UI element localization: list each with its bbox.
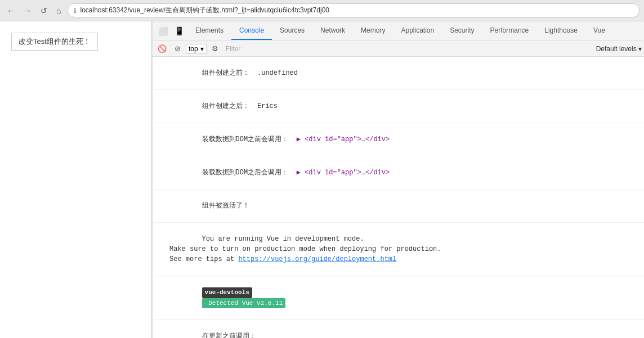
- console-line: 组件创建之后： Erics: [153, 90, 644, 123]
- tab-sources[interactable]: Sources: [272, 22, 312, 40]
- reload-button[interactable]: ↺: [38, 5, 50, 16]
- context-selector[interactable]: top ▾: [186, 44, 207, 54]
- context-value: top: [189, 45, 198, 53]
- tab-application[interactable]: Application: [393, 22, 442, 40]
- console-line: 装载数据到DOM之后会调用： ▶ <div id="app">…</div>: [153, 156, 644, 190]
- detected-vue-badge: Detected Vue v2.6.11: [202, 298, 286, 309]
- console-toolbar: 🚫 ⊘ top ▾ ⚙ Default levels ▾: [153, 41, 644, 57]
- vue-devtools-badge: vue-devtools: [202, 287, 252, 298]
- console-line: 装载数据到DOM之前会调用： ▶ <div id="app">…</div>: [153, 123, 644, 156]
- console-line: 组件创建之前： .undefined: [153, 57, 644, 90]
- devtools-panel: ⬜ 📱 Elements Console Sources Network Mem…: [152, 21, 644, 338]
- tab-performance[interactable]: Performance: [482, 22, 537, 40]
- console-output: 组件创建之前： .undefined 组件创建之后： Erics 装载数据到DO…: [153, 57, 644, 338]
- tab-security[interactable]: Security: [442, 22, 482, 40]
- change-lifecycle-button[interactable]: 改变Test组件的生死！: [11, 33, 98, 51]
- clear-console-button[interactable]: 🚫: [155, 43, 169, 54]
- url-text: localhost:63342/vue_review/生命周期钩子函数.html…: [80, 6, 329, 15]
- vue-devtools-line: vue-devtools Detected Vue v2.6.11: [153, 276, 644, 320]
- back-button[interactable]: ←: [5, 5, 17, 16]
- console-line: 组件被激活了！: [153, 190, 644, 223]
- preserve-log-button[interactable]: ⊘: [172, 43, 184, 54]
- console-line: 在更新之前调用：: [153, 320, 644, 338]
- browser-bar: ← → ↺ ⌂ ℹ localhost:63342/vue_review/生命周…: [0, 0, 644, 21]
- tab-vue[interactable]: Vue: [585, 22, 613, 40]
- tab-network[interactable]: Network: [312, 22, 353, 40]
- inspect-element-button[interactable]: ⬜: [155, 24, 171, 38]
- tab-elements[interactable]: Elements: [187, 22, 231, 40]
- devtools-tabs: ⬜ 📱 Elements Console Sources Network Mem…: [153, 21, 644, 41]
- log-levels-button[interactable]: Default levels ▾: [596, 45, 642, 53]
- console-filter-input[interactable]: [223, 44, 594, 54]
- tab-memory[interactable]: Memory: [353, 22, 393, 40]
- tab-lighthouse[interactable]: Lighthouse: [536, 22, 585, 40]
- settings-button[interactable]: ⚙: [209, 43, 221, 54]
- home-button[interactable]: ⌂: [54, 5, 63, 16]
- context-chevron: ▾: [200, 45, 204, 53]
- tab-console[interactable]: Console: [231, 22, 272, 40]
- device-toolbar-button[interactable]: 📱: [171, 24, 187, 38]
- forward-button[interactable]: →: [21, 5, 34, 16]
- page-panel: 改变Test组件的生死！: [0, 21, 152, 338]
- vue-link[interactable]: https://vuejs.org/guide/deployment.html: [238, 255, 396, 263]
- main-area: 改变Test组件的生死！ ⬜ 📱 Elements Console Source…: [0, 21, 644, 338]
- address-bar: ℹ localhost:63342/vue_review/生命周期钩子函数.ht…: [68, 3, 639, 17]
- console-line: You are running Vue in development mode.…: [153, 223, 644, 276]
